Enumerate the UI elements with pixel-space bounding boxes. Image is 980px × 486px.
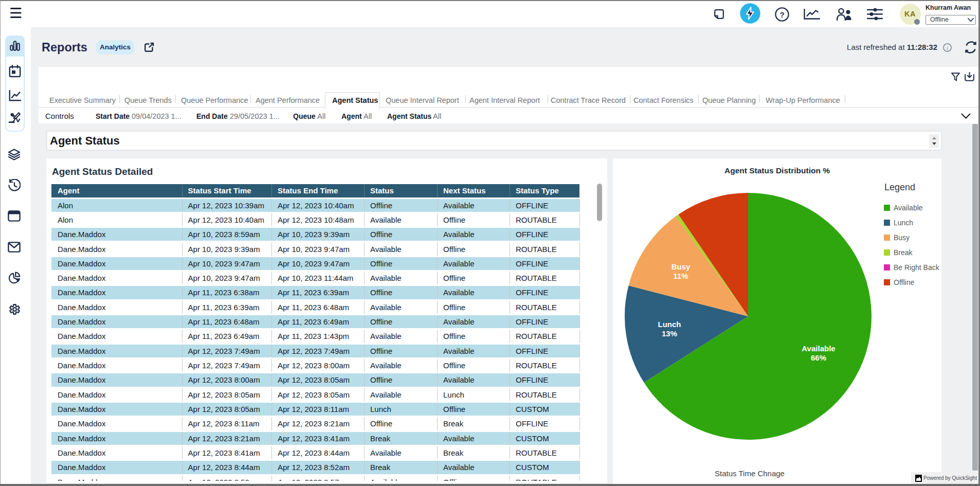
svg-text:?: ? (779, 10, 784, 19)
svg-text:i: i (947, 44, 948, 50)
